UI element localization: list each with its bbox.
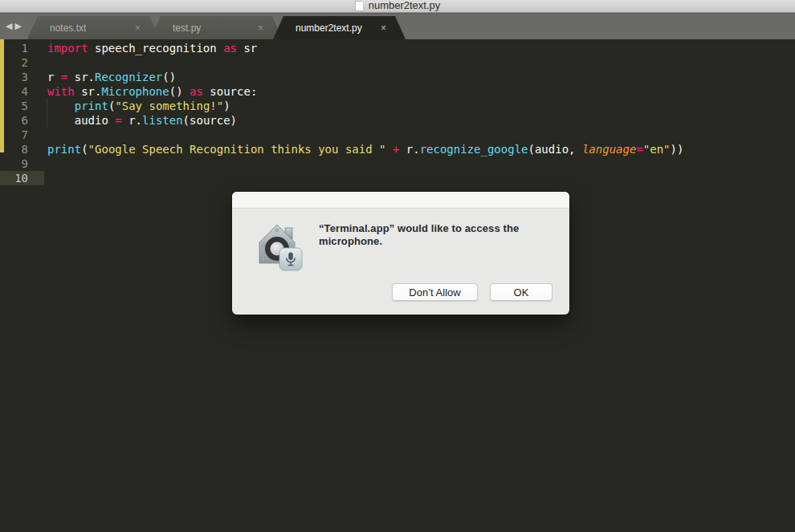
tab-nav-arrows: ◀ ▶	[0, 13, 27, 39]
code-text: audio = r.listen(source)	[44, 113, 237, 128]
code-line-5[interactable]: 5 print("Say something!")	[0, 99, 795, 113]
line-number: 4	[0, 84, 44, 99]
code-text	[44, 156, 47, 171]
code-line-4[interactable]: 4with sr.Microphone() as source:	[0, 84, 795, 99]
document-icon	[355, 1, 364, 11]
code-text: r = sr.Recognizer()	[44, 70, 176, 84]
microphone-permission-dialog: “Terminal.app” would like to access the …	[232, 192, 569, 315]
next-tab-arrow-icon[interactable]: ▶	[15, 21, 22, 31]
dialog-buttons: Don’t Allow OK	[232, 283, 569, 301]
code-line-3[interactable]: 3r = sr.Recognizer()	[0, 70, 795, 84]
code-text: with sr.Microphone() as source:	[44, 84, 257, 99]
code-text: print("Google Speech Recognition thinks …	[44, 142, 683, 156]
line-number: 7	[0, 128, 44, 142]
security-privacy-microphone-icon	[253, 221, 304, 273]
ok-button[interactable]: OK	[490, 283, 552, 301]
code-text: import speech_recognition as sr	[44, 41, 257, 55]
code-line-2[interactable]: 2	[0, 55, 795, 70]
line-number: 10	[0, 171, 44, 185]
code-text	[44, 55, 47, 70]
tab-label: notes.txt	[27, 22, 135, 34]
tab-label: number2text.py	[273, 22, 381, 34]
line-number: 2	[0, 55, 44, 70]
dont-allow-button[interactable]: Don’t Allow	[392, 283, 478, 301]
line-number: 8	[0, 142, 44, 156]
window-titlebar: number2text.py	[0, 0, 795, 13]
code-line-8[interactable]: 8print("Google Speech Recognition thinks…	[0, 142, 795, 156]
tabs-container: notes.txt×test.py×number2text.py×	[27, 13, 396, 39]
code-text	[44, 128, 47, 142]
code-line-1[interactable]: 1import speech_recognition as sr	[0, 41, 795, 55]
line-number: 1	[0, 41, 44, 55]
line-number: 3	[0, 70, 44, 84]
line-number: 6	[0, 113, 44, 128]
tab-close-icon[interactable]: ×	[381, 22, 406, 34]
tab-bar: ◀ ▶ notes.txt×test.py×number2text.py×	[0, 13, 795, 39]
tab-notes-txt[interactable]: notes.txt×	[27, 16, 160, 39]
code-lines: 1import speech_recognition as sr23r = sr…	[0, 41, 795, 185]
code-text: print("Say something!")	[44, 99, 230, 113]
tab-test-py[interactable]: test.py×	[150, 16, 283, 39]
line-number: 9	[0, 156, 44, 171]
tab-number2text-py[interactable]: number2text.py×	[273, 16, 406, 39]
tab-label: test.py	[150, 22, 258, 34]
prev-tab-arrow-icon[interactable]: ◀	[6, 21, 12, 31]
dialog-titlebar	[232, 192, 569, 209]
window-title: number2text.py	[369, 0, 441, 11]
code-line-10[interactable]: 10	[0, 171, 795, 185]
code-text	[44, 171, 47, 185]
line-number: 5	[0, 99, 44, 113]
dialog-message: “Terminal.app” would like to access the …	[319, 222, 560, 248]
background-window-edge	[0, 39, 4, 152]
code-line-9[interactable]: 9	[0, 156, 795, 171]
code-line-6[interactable]: 6 audio = r.listen(source)	[0, 113, 795, 128]
code-line-7[interactable]: 7	[0, 128, 795, 142]
